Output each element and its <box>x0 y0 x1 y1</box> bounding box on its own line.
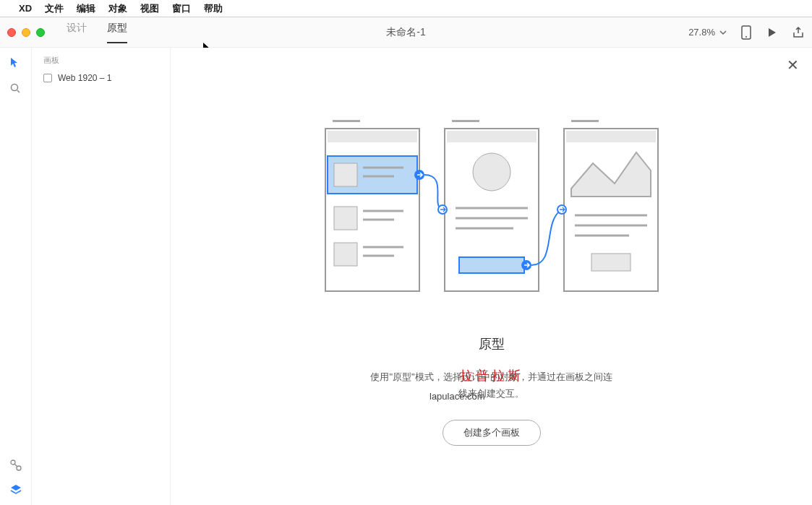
device-preview-icon[interactable] <box>740 26 753 39</box>
watermark-text-cn: 拉普拉斯 <box>460 364 523 387</box>
close-panel-icon[interactable]: ✕ <box>787 56 799 74</box>
svg-rect-7 <box>452 120 479 122</box>
artboard-sidebar: 画板 Web 1920 – 1 <box>32 48 171 505</box>
app-toolbar: 设计 原型 未命名-1 27.8% <box>0 17 812 48</box>
zoom-value: 27.8% <box>688 27 715 38</box>
menu-object[interactable]: 对象 <box>108 2 127 15</box>
window-controls <box>7 28 45 37</box>
layers-icon[interactable] <box>9 483 22 496</box>
zoom-control[interactable]: 27.8% <box>688 27 727 38</box>
svg-rect-28 <box>459 257 524 273</box>
svg-line-3 <box>17 90 20 92</box>
menu-view[interactable]: 视图 <box>140 2 159 15</box>
tab-prototype[interactable]: 原型 <box>107 22 127 43</box>
menu-window[interactable]: 窗口 <box>172 2 191 15</box>
svg-point-1 <box>745 36 747 38</box>
svg-point-24 <box>473 153 510 191</box>
main-area: 画板 Web 1920 – 1 ✕ <box>0 48 812 505</box>
svg-rect-19 <box>334 243 357 266</box>
left-tool-rail <box>0 48 32 505</box>
svg-rect-23 <box>447 131 537 142</box>
empty-state-description: 拉普拉斯 使用"原型"模式，选择设计中的对象，并通过在画板之间连 lapulac… <box>318 368 665 402</box>
prototype-empty-state: 原型 拉普拉斯 使用"原型"模式，选择设计中的对象，并通过在画板之间连 lapu… <box>318 120 665 446</box>
plugins-icon[interactable] <box>9 459 22 472</box>
menu-file[interactable]: 文件 <box>45 2 64 15</box>
artboard-name: Web 1920 – 1 <box>58 73 112 83</box>
maximize-window-button[interactable] <box>36 28 45 37</box>
canvas-area: ✕ <box>171 48 812 505</box>
svg-rect-10 <box>328 131 417 142</box>
svg-rect-8 <box>571 120 599 122</box>
macos-menubar: XD 文件 编辑 对象 视图 窗口 帮助 <box>0 0 812 17</box>
minimize-window-button[interactable] <box>22 28 30 37</box>
artboard-icon <box>43 74 52 82</box>
create-artboards-button[interactable]: 创建多个画板 <box>443 420 541 446</box>
svg-rect-12 <box>334 163 357 186</box>
svg-rect-31 <box>566 131 656 142</box>
share-icon[interactable] <box>792 26 805 39</box>
prototype-illustration <box>318 120 665 301</box>
menu-edit[interactable]: 编辑 <box>77 2 95 15</box>
svg-point-2 <box>11 85 17 91</box>
document-title: 未命名-1 <box>386 26 425 39</box>
chevron-down-icon <box>719 29 727 36</box>
sidebar-section-label: 画板 <box>39 52 163 69</box>
svg-rect-6 <box>333 120 360 122</box>
close-window-button[interactable] <box>7 28 16 37</box>
play-preview-icon[interactable] <box>766 26 779 39</box>
svg-rect-37 <box>591 254 631 271</box>
watermark-url: lapulace.com <box>429 388 485 405</box>
empty-state-title: 原型 <box>318 335 665 353</box>
toolbar-right: 27.8% <box>688 26 805 39</box>
menu-help[interactable]: 帮助 <box>204 2 223 15</box>
mode-tabs: 设计 原型 <box>67 22 127 43</box>
tab-design[interactable]: 设计 <box>67 22 87 43</box>
select-tool-icon[interactable] <box>9 56 22 69</box>
artboard-item[interactable]: Web 1920 – 1 <box>39 69 163 87</box>
app-name[interactable]: XD <box>19 3 32 14</box>
svg-rect-16 <box>334 207 357 230</box>
search-icon[interactable] <box>9 82 22 95</box>
